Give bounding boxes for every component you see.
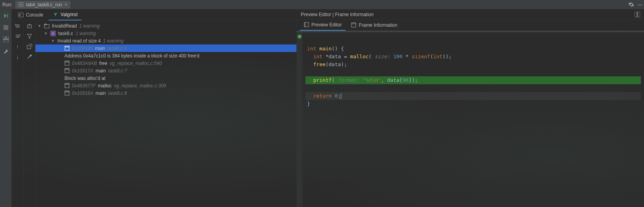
svg-rect-5 [3,37,6,39]
tree-message: Block was alloc'd at [35,74,296,82]
preview-title: Preview Editor | Frame Information [301,12,374,17]
frame-icon [64,68,70,73]
code-line-highlighted: printf( format: "%d\n", data[96]); [305,76,641,84]
tab-valgrind[interactable]: Valgrind [49,9,81,20]
tree-file[interactable]: ▼ c task8.c 1 warning [35,30,296,37]
stop-icon[interactable] [3,24,9,31]
svg-rect-4 [4,25,8,30]
tab-console[interactable]: Console [14,9,47,20]
svg-rect-21 [65,83,69,85]
svg-rect-19 [65,68,69,70]
pin-icon[interactable] [3,48,9,54]
frame-icon [64,83,70,88]
layout-toggle-icon[interactable] [635,12,640,17]
run-config-icon [18,2,24,7]
run-label: Run: [2,2,12,7]
svg-rect-23 [65,91,69,92]
chevron-down-icon: ▼ [44,31,48,35]
hide-icon[interactable]: — [636,2,644,7]
svg-marker-2 [4,14,7,18]
code-line: int main() { [305,45,641,53]
left-action-gutter [0,9,12,207]
svg-rect-24 [635,12,637,17]
tree-toolbar-2 [24,20,35,207]
svg-rect-7 [3,40,9,42]
code-line-caret: return 0; [305,92,641,100]
chevron-down-icon: ▼ [38,24,42,28]
tab-preview-editor[interactable]: Preview Editor [300,20,346,31]
gear-icon[interactable] [628,2,636,7]
frame-info-icon [351,22,356,28]
code-line [305,68,641,76]
valgrind-panel: Console Valgrind ↑ ↓ ▼ [12,9,296,207]
popout-icon[interactable] [26,43,33,50]
rerun-icon[interactable] [3,13,9,19]
console-icon [18,12,24,18]
stack-frame-selected[interactable]: 0x109185 main task8.c:9 [35,44,296,52]
issue-tree: ▼ InvalidRead 1 warning ▼ c task8.c 1 wa… [35,20,296,207]
execution-marker-icon [298,35,302,39]
svg-rect-6 [6,37,9,39]
frame-icon [64,61,70,66]
collapse-icon[interactable] [15,23,21,29]
close-icon[interactable]: × [64,2,68,7]
code-editor[interactable]: int main() { int *data = malloc( size: 1… [302,32,644,207]
svg-rect-29 [351,23,356,24]
frame-icon [64,46,70,51]
chevron-down-icon: ▼ [51,39,55,43]
code-line [305,84,641,92]
code-gutter [297,32,302,207]
tree-root[interactable]: ▼ InvalidRead 1 warning [35,22,296,30]
svg-rect-17 [65,61,69,63]
wrench-icon[interactable] [26,54,33,60]
tab-frame-info[interactable]: Frame Information [347,20,401,31]
code-line: free(data); [305,61,641,68]
tree-message: Address 0x4a7c1c0 is 384 bytes inside a … [35,52,296,59]
down-icon[interactable]: ↓ [15,54,21,60]
layout-icon[interactable] [3,36,9,43]
title-bar: Run: lab4_task8.c_run × — [0,0,644,9]
text-caret [341,93,341,99]
up-icon[interactable]: ↑ [15,43,21,50]
code-line: int *data = malloc( size: 100 * sizeof(i… [305,53,641,61]
expand-icon[interactable] [15,33,21,39]
tree-issue[interactable]: ▼ Invalid read of size 4 1 warning [35,37,296,44]
svg-rect-3 [7,14,8,18]
export-icon[interactable] [26,23,33,29]
valgrind-icon [53,12,58,17]
tool-tabs: Console Valgrind [12,9,296,20]
frame-icon [64,91,70,96]
code-line: } [305,100,641,108]
stack-frame[interactable]: 0x483977F malloc vg_replace_malloc.c:309 [35,82,296,89]
tree-toolbar-1: ↑ ↓ [12,20,24,207]
editor-icon [304,22,309,27]
svg-marker-1 [20,4,22,6]
preview-tabs: Preview Editor Frame Information [297,20,644,31]
svg-rect-25 [638,12,640,17]
stack-frame[interactable]: 0x10916A main task8.c:6 [35,89,296,97]
run-config-name: lab4_task8.c_run [26,2,62,7]
svg-rect-15 [65,46,69,48]
svg-rect-27 [304,22,306,27]
group-icon [44,23,50,29]
c-file-icon: c [50,31,56,36]
filter-icon[interactable] [26,33,33,39]
stack-frame[interactable]: 0x10917A main task8.c:7 [35,67,296,74]
svg-marker-9 [20,14,21,16]
code-line [305,37,641,45]
stack-frame[interactable]: 0x483A9AB free vg_replace_malloc.c:540 [35,59,296,67]
preview-panel: Preview Editor | Frame Information Previ… [296,9,644,207]
preview-header: Preview Editor | Frame Information [297,9,644,20]
run-config-tab[interactable]: lab4_task8.c_run × [15,1,70,9]
